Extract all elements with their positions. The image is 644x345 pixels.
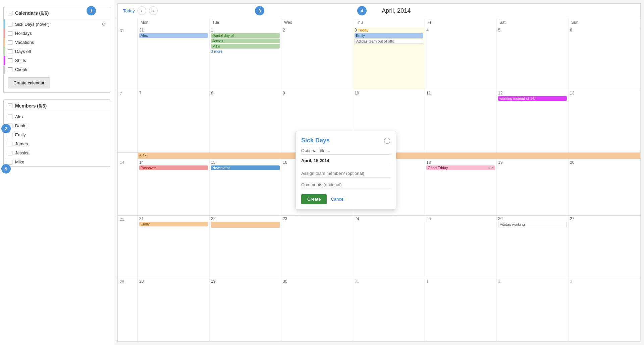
day-num-27: 27 (570, 216, 639, 221)
day-cell-apr27[interactable]: 27 (569, 216, 640, 278)
event-emily-w4[interactable]: Emily (139, 222, 208, 226)
day-cell-apr23[interactable]: 23 (281, 216, 353, 278)
day-cell-apr24[interactable]: 24 (353, 216, 425, 278)
day-cell-apr7[interactable]: 7 (138, 90, 210, 153)
member-item-daniel[interactable]: Daniel (4, 121, 110, 130)
day-cell-apr22[interactable]: 22 (210, 216, 281, 278)
event-working-instead[interactable]: working instead of 14/ (498, 96, 567, 101)
calendar-item-holidays[interactable]: Holidays (4, 29, 110, 38)
create-calendar-button[interactable]: Create calendar (8, 77, 50, 88)
day-cell-apr28[interactable]: 28 (138, 278, 210, 341)
day-header-sat: Sat (497, 18, 569, 27)
event-mike-w1[interactable]: Mike (211, 44, 280, 49)
popup-assign-input[interactable] (301, 169, 390, 178)
day-cell-apr13[interactable]: 13 (569, 90, 640, 153)
day-num-30: 30 (283, 279, 352, 284)
day-cell-apr29[interactable]: 29 (210, 278, 281, 341)
nav-links: Today ‹ › (123, 6, 158, 15)
day-cell-apr15[interactable]: 15 New event (210, 153, 281, 215)
day-cell-apr30[interactable]: 30 (281, 278, 353, 341)
calendar-item-sick-days[interactable]: Sick Days (hover) ⚙ (4, 19, 110, 29)
event-good-friday[interactable]: Good Friday abc (426, 165, 495, 170)
popup-create-button[interactable]: Create (301, 194, 327, 204)
day-cell-may3[interactable]: 3 (569, 278, 640, 341)
today-link[interactable]: Today (123, 8, 135, 13)
event-james-w1[interactable]: James (211, 39, 280, 43)
day-cell-may2[interactable]: 2 (497, 278, 569, 341)
day-cell-apr20[interactable]: 20 (569, 153, 640, 215)
event-stub-22[interactable] (211, 222, 280, 228)
calendar-item-days-off[interactable]: Days off (4, 47, 110, 56)
holidays-checkbox[interactable] (8, 31, 12, 36)
member-item-mike[interactable]: Mike (4, 157, 110, 166)
day-cell-apr1[interactable]: 1 Daniel day of James Mike 3 more (210, 27, 281, 90)
day-cell-apr8[interactable]: 8 (210, 90, 281, 153)
day-cell-apr6[interactable]: 6 (569, 27, 640, 90)
days-off-checkbox[interactable] (8, 49, 12, 54)
shifts-label: Shifts (15, 58, 26, 63)
event-emily-w1[interactable]: Emily (355, 33, 423, 38)
day-cell-may1[interactable]: 1 (425, 278, 497, 341)
days-off-label: Days off (15, 49, 31, 54)
day-cell-apr3[interactable]: 3 Today Emily Adidas team out of offic (353, 27, 425, 90)
calendars-collapse-btn[interactable]: − (8, 11, 12, 15)
members-collapse-btn[interactable]: − (8, 104, 12, 108)
member-item-emily[interactable]: Emily (4, 130, 110, 139)
event-alex-w1[interactable]: Alex (139, 33, 208, 38)
more-link-w1[interactable]: 3 more (211, 49, 280, 53)
next-btn[interactable]: › (149, 6, 158, 15)
vacations-color-bar (4, 38, 5, 47)
popup-close-btn[interactable]: ◯ (384, 137, 390, 144)
day-cell-apr21[interactable]: 21 Emily (138, 216, 210, 278)
day-num-8: 8 (211, 91, 280, 95)
popup-cancel-link[interactable]: Cancel (331, 197, 344, 202)
shifts-checkbox[interactable] (8, 58, 12, 63)
alex-checkbox[interactable] (8, 115, 12, 119)
calendar-item-vacations[interactable]: Vacations (4, 38, 110, 47)
day-cell-apr11[interactable]: 11 (425, 90, 497, 153)
day-cell-may31[interactable]: 31 (353, 278, 425, 341)
day-cell-apr5[interactable]: 5 (497, 27, 569, 90)
vacations-checkbox[interactable] (8, 40, 12, 45)
member-item-jessica[interactable]: Jessica (4, 148, 110, 157)
day-num-14: 14 (139, 160, 208, 165)
james-label: James (15, 141, 28, 146)
james-checkbox[interactable] (8, 142, 12, 146)
day-num-21: 21 (139, 216, 208, 221)
event-passover[interactable]: Passover (139, 165, 208, 170)
day-num-28: 28 (139, 279, 208, 284)
event-new-event[interactable]: New event (211, 165, 280, 170)
sick-days-checkbox[interactable] (8, 22, 12, 26)
prev-btn[interactable]: ‹ (138, 6, 146, 15)
calendar-item-clients[interactable]: Clients (4, 65, 110, 74)
event-adidas-out[interactable]: Adidas team out of offic (355, 39, 423, 44)
day-header-mon: Mon (138, 18, 210, 27)
member-item-alex[interactable]: Alex (4, 112, 110, 121)
popup-comments-input[interactable] (301, 181, 390, 189)
jessica-label: Jessica (15, 150, 30, 155)
day-cell-apr26[interactable]: 26 Adidas working (497, 216, 569, 278)
day-cell-apr25[interactable]: 25 (425, 216, 497, 278)
day-cell-apr18[interactable]: 18 Good Friday abc (425, 153, 497, 215)
event-daniel-w1[interactable]: Daniel day of (211, 33, 280, 38)
emily-checkbox[interactable] (8, 133, 12, 137)
calendar-header: Today ‹ › April, 2014 (118, 4, 640, 18)
mike-checkbox[interactable] (8, 160, 12, 164)
calendar-item-shifts[interactable]: Shifts (4, 56, 110, 65)
event-adidas-working[interactable]: Adidas working (498, 222, 567, 227)
popup-title-input[interactable] (301, 147, 390, 155)
week-row-1: 31 31 Alex 1 Daniel day of James Mike 3 … (118, 27, 640, 90)
day-cell-apr2[interactable]: 2 (281, 27, 353, 90)
day-cell-apr4[interactable]: 4 (425, 27, 497, 90)
day-cell-apr14[interactable]: 14 Passover (138, 153, 210, 215)
day-cell-apr19[interactable]: 19 (497, 153, 569, 215)
popup-actions: Create Cancel (301, 194, 390, 204)
jessica-checkbox[interactable] (8, 151, 12, 155)
day-cell-apr12[interactable]: 12 working instead of 14/ (497, 90, 569, 153)
member-item-james[interactable]: James (4, 139, 110, 148)
sick-days-gear-icon[interactable]: ⚙ (102, 21, 106, 27)
day-cell-mar31[interactable]: 31 Alex (138, 27, 210, 90)
day-num-3: 3 Today (355, 28, 423, 32)
popup-title: Sick Days (301, 137, 384, 144)
clients-checkbox[interactable] (8, 67, 12, 72)
